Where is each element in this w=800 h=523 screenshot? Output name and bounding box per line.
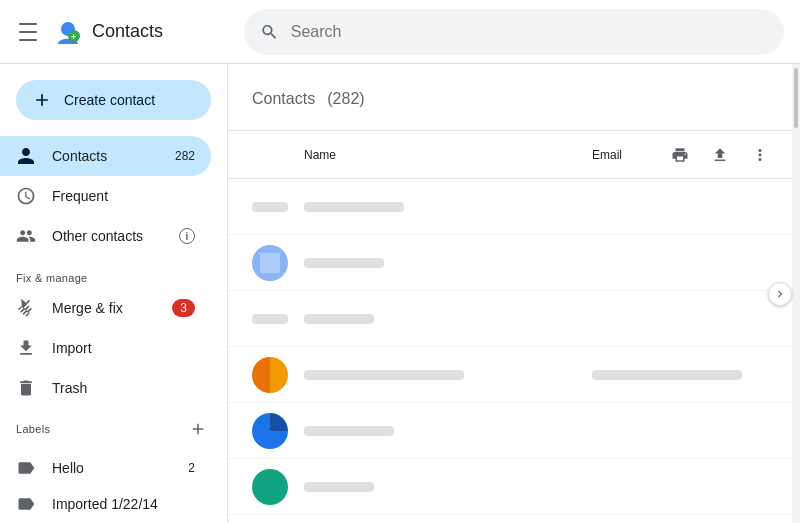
table-header: Name Email [228, 131, 800, 179]
label-hello-text: Hello [52, 460, 84, 476]
import-icon [16, 338, 36, 358]
contact-list [228, 179, 800, 523]
table-row[interactable] [228, 347, 800, 403]
more-vert-icon [751, 146, 769, 164]
contacts-badge: 282 [175, 149, 195, 163]
sidebar-item-frequent[interactable]: Frequent [0, 176, 211, 216]
scrollbar-thumb[interactable] [794, 68, 798, 128]
avatar-area [252, 314, 304, 324]
contact-name [304, 370, 592, 380]
trash-icon [16, 378, 36, 398]
avatar-area [252, 202, 304, 212]
label-imported-icon [16, 494, 36, 514]
contact-name [304, 482, 592, 492]
scrollbar[interactable] [792, 64, 800, 523]
avatar [252, 413, 288, 449]
plus-label-icon [189, 420, 207, 438]
app-title: Contacts [92, 21, 163, 42]
avatar-area [252, 245, 304, 281]
sidebar-item-trash[interactable]: Trash [0, 368, 211, 408]
sidebar-trash-label: Trash [52, 380, 87, 396]
menu-icon[interactable] [16, 20, 40, 44]
clock-icon [16, 186, 36, 206]
content-header: Contacts (282) [228, 64, 800, 131]
avatar [252, 314, 288, 324]
sidebar-item-contacts[interactable]: Contacts 282 [0, 136, 211, 176]
wrench-icon [16, 298, 36, 318]
avatar-area [252, 469, 304, 505]
topbar: + Contacts [0, 0, 800, 64]
contact-name [304, 426, 592, 436]
avatar [252, 245, 288, 281]
table-row[interactable] [228, 403, 800, 459]
col-name: Name [252, 148, 592, 162]
content-title: Contacts (282) [252, 84, 776, 110]
labels-label: Labels [16, 423, 50, 435]
contacts-logo-icon: + [52, 16, 84, 48]
sidebar-import-label: Import [52, 340, 92, 356]
plus-icon [32, 90, 52, 110]
table-actions [664, 139, 776, 171]
avatar-area [252, 357, 304, 393]
contact-email [592, 370, 776, 380]
sidebar-merge-label: Merge & fix [52, 300, 123, 316]
print-button[interactable] [664, 139, 696, 171]
add-label-button[interactable] [185, 416, 211, 442]
contact-name [304, 258, 592, 268]
content-area: Contacts (282) Name Email [228, 64, 800, 523]
svg-text:+: + [71, 32, 76, 42]
export-icon [711, 146, 729, 164]
avatar-area [252, 413, 304, 449]
more-options-button[interactable] [744, 139, 776, 171]
labels-section-header: Labels [0, 408, 227, 450]
label-item-imported[interactable]: Imported 1/22/14 [0, 486, 211, 522]
label-imported-text: Imported 1/22/14 [52, 496, 158, 512]
table-row[interactable] [228, 515, 800, 523]
person-icon [16, 146, 36, 166]
avatar [252, 357, 288, 393]
sidebar-contacts-label: Contacts [52, 148, 107, 164]
sidebar-other-label: Other contacts [52, 228, 143, 244]
contact-name [304, 314, 592, 324]
chevron-right-icon [773, 287, 787, 301]
search-input[interactable] [291, 23, 768, 41]
col-email: Email [592, 148, 664, 162]
app-logo: + Contacts [52, 16, 163, 48]
create-contact-button[interactable]: Create contact [16, 80, 211, 120]
sidebar: Create contact Contacts 282 Frequent Oth… [0, 64, 228, 523]
label-item-hello[interactable]: Hello 2 [0, 450, 211, 486]
table-row[interactable] [228, 235, 800, 291]
fix-manage-section-label: Fix & manage [0, 256, 227, 288]
sidebar-item-import[interactable]: Import [0, 328, 211, 368]
sidebar-toggle-button[interactable] [768, 282, 792, 306]
search-icon [260, 22, 279, 42]
merge-badge: 3 [172, 299, 195, 317]
search-bar[interactable] [244, 9, 784, 55]
contacts-alt-icon [16, 226, 36, 246]
other-contacts-info-icon[interactable]: i [179, 228, 195, 244]
table-row[interactable] [228, 459, 800, 515]
print-icon [671, 146, 689, 164]
avatar [252, 202, 288, 212]
sidebar-item-merge[interactable]: Merge & fix 3 [0, 288, 211, 328]
export-button[interactable] [704, 139, 736, 171]
topbar-left: + Contacts [16, 16, 244, 48]
label-hello-badge: 2 [188, 461, 195, 475]
main-layout: Create contact Contacts 282 Frequent Oth… [0, 64, 800, 523]
contact-name [304, 202, 592, 212]
sidebar-item-other-contacts[interactable]: Other contacts i [0, 216, 211, 256]
table-row[interactable] [228, 291, 800, 347]
sidebar-frequent-label: Frequent [52, 188, 108, 204]
avatar [252, 469, 288, 505]
table-row[interactable] [228, 179, 800, 235]
label-hello-icon [16, 458, 36, 478]
